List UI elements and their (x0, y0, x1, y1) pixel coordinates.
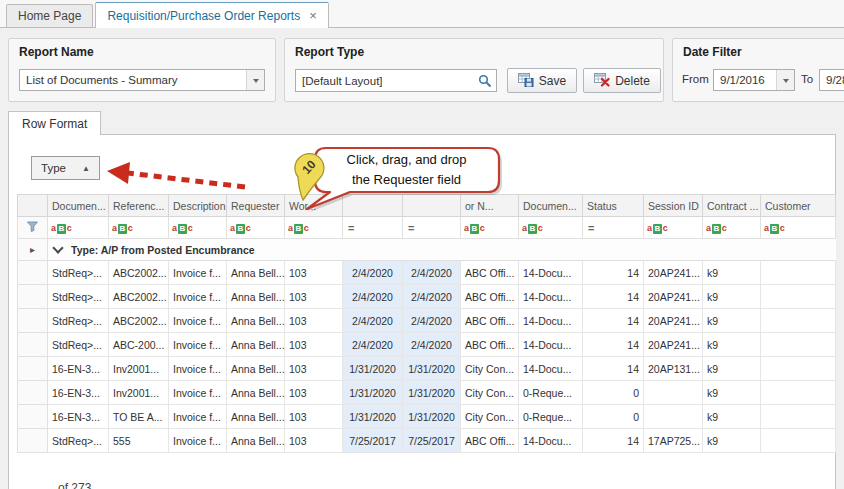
grid-cell[interactable]: Invoice f... (169, 261, 227, 285)
grid-cell[interactable]: 0 (583, 405, 644, 429)
filter-cell[interactable]: aBc (761, 217, 836, 239)
grid-cell[interactable]: 2/4/2020 (403, 261, 461, 285)
grid-cell[interactable] (761, 261, 836, 285)
column-header-blank-6[interactable] (403, 195, 461, 217)
grid-cell[interactable]: k9 (703, 357, 761, 381)
collapse-chevron-icon[interactable] (52, 242, 63, 253)
grid-cell[interactable]: StdReq>... (48, 429, 109, 453)
dropdown-arrow-icon[interactable] (246, 70, 264, 90)
grid-cell[interactable]: City Con... (461, 381, 519, 405)
grid-cell[interactable]: ABC Offi... (461, 309, 519, 333)
grid-cell[interactable]: Anna Bell... (227, 381, 285, 405)
grid-cell[interactable]: Anna Bell... (227, 405, 285, 429)
group-by-chip-type[interactable]: Type ▲ (31, 156, 100, 180)
grid-cell[interactable]: Invoice f... (169, 333, 227, 357)
grid-cell[interactable]: ABC2002... (109, 309, 169, 333)
layout-search-field[interactable] (295, 69, 497, 92)
grid-cell[interactable]: 1/31/2020 (403, 381, 461, 405)
table-row[interactable]: 16-EN-3...Inv2001...Invoice f...Anna Bel… (18, 357, 836, 381)
grid-cell[interactable]: ABC2002... (109, 285, 169, 309)
column-header-session-id[interactable]: Session ID (644, 195, 703, 217)
filter-cell[interactable]: = (583, 217, 644, 239)
grid-cell[interactable]: 103 (285, 285, 343, 309)
grid-cell[interactable]: 1/31/2020 (343, 381, 403, 405)
to-date-picker[interactable]: 9/28 (819, 69, 844, 91)
grid-cell[interactable] (761, 405, 836, 429)
grid-cell[interactable]: 7/25/2017 (343, 429, 403, 453)
grid-cell[interactable]: 20AP131... (644, 357, 703, 381)
column-header-documen[interactable]: Documen... (519, 195, 583, 217)
tab-row-format[interactable]: Row Format (8, 111, 101, 135)
grid-cell[interactable] (761, 429, 836, 453)
close-icon[interactable]: × (309, 9, 317, 22)
grid-cell[interactable]: 17AP725... (644, 429, 703, 453)
grid-cell[interactable]: 14 (583, 429, 644, 453)
grid-cell[interactable]: k9 (703, 309, 761, 333)
grid-cell[interactable]: 103 (285, 309, 343, 333)
grid-cell[interactable]: 103 (285, 333, 343, 357)
table-row[interactable]: StdReq>...ABC-200...Invoice f...Anna Bel… (18, 333, 836, 357)
grid-cell[interactable]: StdReq>... (48, 333, 109, 357)
grid-cell[interactable]: Anna Bell... (227, 309, 285, 333)
layout-input[interactable] (296, 75, 474, 87)
grid-cell[interactable]: 20AP241... (644, 309, 703, 333)
grid-cell[interactable]: 2/4/2020 (343, 309, 403, 333)
grid-cell[interactable]: 0-Reque... (519, 381, 583, 405)
grid-cell[interactable]: 103 (285, 405, 343, 429)
column-header-documen[interactable]: Documen... (48, 195, 109, 217)
grid-cell[interactable]: Anna Bell... (227, 357, 285, 381)
grid-cell[interactable]: 14-Docu... (519, 261, 583, 285)
grid-cell[interactable]: 103 (285, 429, 343, 453)
grid-cell[interactable]: 103 (285, 381, 343, 405)
table-row[interactable]: StdReq>...555Invoice f...Anna Bell...103… (18, 429, 836, 453)
grid-cell[interactable]: 14 (583, 285, 644, 309)
column-header-wor[interactable]: Wor... (285, 195, 343, 217)
grid-cell[interactable]: 2/4/2020 (403, 309, 461, 333)
grid-cell[interactable]: 103 (285, 261, 343, 285)
grid-group-row[interactable]: ▸Type: A/P from Posted Encumbrance (18, 239, 836, 261)
grid-cell[interactable]: ABC Offi... (461, 333, 519, 357)
grid-cell[interactable]: 20AP241... (644, 285, 703, 309)
table-row[interactable]: StdReq>...ABC2002...Invoice f...Anna Bel… (18, 261, 836, 285)
grid-cell[interactable]: 2/4/2020 (343, 261, 403, 285)
filter-cell[interactable]: aBc (644, 217, 703, 239)
column-header-blank-5[interactable] (343, 195, 403, 217)
grid-cell[interactable]: 103 (285, 357, 343, 381)
grid-cell[interactable]: 14 (583, 357, 644, 381)
grid-cell[interactable]: Invoice f... (169, 429, 227, 453)
grid-cell[interactable] (761, 309, 836, 333)
grid-cell[interactable]: 14-Docu... (519, 429, 583, 453)
column-header-status[interactable]: Status (583, 195, 644, 217)
grid-cell[interactable]: 2/4/2020 (343, 333, 403, 357)
filter-cell[interactable]: aBc (227, 217, 285, 239)
grid-cell[interactable]: 0 (583, 381, 644, 405)
grid-cell[interactable]: TO BE A... (109, 405, 169, 429)
filter-cell[interactable]: aBc (703, 217, 761, 239)
grid-cell[interactable]: 555 (109, 429, 169, 453)
tab-requisition-purchase-order-reports[interactable]: Requisition/Purchase Order Reports × (95, 2, 328, 28)
from-date-picker[interactable]: 9/1/2016 (713, 69, 795, 91)
grid-cell[interactable]: Invoice f... (169, 357, 227, 381)
grid-cell[interactable]: Invoice f... (169, 285, 227, 309)
grid-cell[interactable]: 14-Docu... (519, 333, 583, 357)
grid-cell[interactable] (761, 333, 836, 357)
row-expand-arrow-icon[interactable]: ▸ (18, 239, 48, 261)
table-row[interactable]: 16-EN-3...Inv2001...Invoice f...Anna Bel… (18, 381, 836, 405)
grid-cell[interactable]: ABC-200... (109, 333, 169, 357)
filter-cell[interactable]: = (403, 217, 461, 239)
grid-cell[interactable]: 1/31/2020 (403, 405, 461, 429)
grid-cell[interactable]: k9 (703, 381, 761, 405)
grid-cell[interactable]: 14-Docu... (519, 309, 583, 333)
grid-cell[interactable]: StdReq>... (48, 285, 109, 309)
table-row[interactable]: StdReq>...ABC2002...Invoice f...Anna Bel… (18, 285, 836, 309)
grid-cell[interactable]: ABC Offi... (461, 261, 519, 285)
filter-cell[interactable]: aBc (519, 217, 583, 239)
grid-cell[interactable]: 1/31/2020 (403, 357, 461, 381)
filter-cell[interactable]: aBc (48, 217, 109, 239)
delete-button[interactable]: Delete (583, 68, 661, 93)
grid-cell[interactable]: Invoice f... (169, 381, 227, 405)
column-header-or-n[interactable]: or N... (461, 195, 519, 217)
grid-cell[interactable]: 20AP241... (644, 261, 703, 285)
grid-cell[interactable]: 2/4/2020 (343, 285, 403, 309)
grid-cell[interactable] (761, 381, 836, 405)
